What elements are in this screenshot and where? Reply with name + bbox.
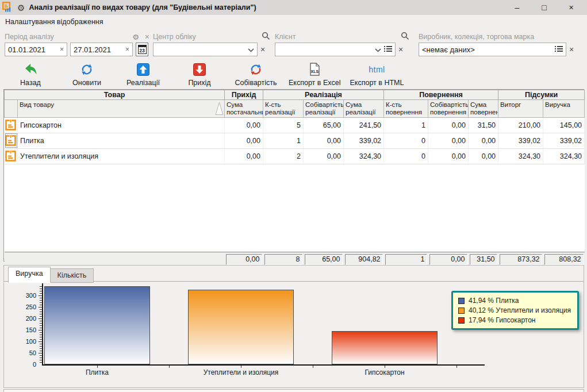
y-tick — [40, 358, 42, 358]
arrow-up-box-icon — [137, 63, 149, 76]
y-axis — [42, 283, 43, 365]
sort-triangle-icon[interactable] — [215, 101, 224, 117]
column-header[interactable]: Собівартість повернення — [428, 100, 469, 118]
y-tick — [40, 309, 42, 310]
value-cell: 0,00 — [225, 148, 263, 164]
x-category-label: Гипсокартон — [321, 368, 448, 376]
bar-2 — [188, 290, 294, 364]
manufacturer-field[interactable]: <немає даних> — [419, 43, 566, 56]
column-header[interactable]: К-сть повернення — [384, 100, 428, 118]
toolbar-button-label: Собівартість — [235, 79, 277, 87]
chevron-down-icon[interactable] — [248, 45, 254, 54]
value-cell: 0,00 — [304, 133, 344, 148]
minimize-button[interactable]: – — [504, 0, 531, 15]
column-header[interactable]: Сума повернення — [469, 100, 498, 118]
column-header[interactable]: К-сть реалізації — [263, 100, 304, 118]
column-header[interactable]: Вид товару — [18, 100, 225, 118]
refresh-bicolor-icon — [250, 63, 262, 76]
toolbar-button-label: Оновити — [72, 79, 101, 87]
center-dropdown[interactable] — [153, 43, 258, 56]
list-select-icon[interactable] — [384, 45, 392, 54]
html-icon: html — [369, 63, 385, 76]
y-tick — [40, 335, 42, 335]
chevron-down-icon[interactable] — [375, 45, 381, 54]
column-header[interactable]: Сума постачальни — [225, 100, 263, 118]
settings-gear-icon[interactable]: ⚙ — [17, 3, 25, 12]
column-header[interactable]: Виручка — [543, 100, 585, 118]
table-empty-area — [5, 164, 585, 252]
client-label: Клієнт — [275, 33, 296, 41]
filter-center: Центр обліку × — [153, 32, 270, 56]
client-clear-icon[interactable]: × — [398, 45, 403, 53]
column-header[interactable]: Виторг — [498, 100, 543, 118]
manufacturer-clear-icon[interactable]: × — [569, 45, 574, 53]
y-tick — [40, 360, 42, 360]
y-tick — [40, 312, 42, 312]
toolbar-button-income[interactable]: Прихід — [171, 61, 228, 88]
y-tick — [40, 321, 42, 321]
y-tick — [39, 330, 42, 330]
y-tick — [39, 318, 42, 319]
svg-text:XLS: XLS — [311, 70, 319, 74]
y-tick-label: 50 — [19, 349, 36, 356]
column-header[interactable]: Сума реалізації — [344, 100, 384, 118]
y-tick — [39, 295, 42, 296]
toolbar-button-export-html[interactable]: htmlЕкспорт в HTML — [345, 61, 408, 88]
back-arrow-icon — [24, 63, 37, 76]
arrow-down-box-icon — [193, 63, 206, 76]
tab-quantity[interactable]: Кількість — [51, 268, 94, 283]
toolbar-button-label: Прихід — [188, 79, 210, 87]
value-cell: 65,00 — [304, 117, 344, 133]
period-clear-icon[interactable]: × — [145, 33, 149, 41]
manufacturer-label: Виробник, колекція, торгова марка — [419, 33, 534, 41]
toolbar-button-cost[interactable]: Собівартість — [228, 61, 284, 88]
value-cell: 241,50 — [344, 117, 384, 133]
client-dropdown[interactable] — [275, 43, 396, 56]
calendar-button[interactable]: 23 — [136, 43, 148, 56]
menu-item-display-settings[interactable]: Налаштування відображення — [5, 18, 103, 26]
legend-swatch-icon — [458, 298, 465, 304]
toolbar-button-back[interactable]: Назад — [2, 61, 59, 88]
center-clear-icon[interactable]: × — [260, 45, 265, 53]
maximize-button[interactable]: □ — [531, 0, 558, 15]
manufacturer-value: <немає даних> — [422, 45, 552, 54]
value-cell: 339,02 — [543, 133, 585, 148]
legend-swatch-icon — [458, 317, 465, 324]
x-category-label: Утеплители и изоляция — [178, 368, 304, 376]
toolbar-button-export-excel[interactable]: XLSЕкспорт в Excel — [284, 61, 345, 88]
value-cell: 0,00 — [225, 133, 263, 148]
bar-chart: 050100150200250300ПлиткаУтеплители и изо… — [4, 282, 584, 387]
list-select-icon[interactable] — [555, 45, 563, 54]
legend-item: 41,94 % Плитка — [458, 297, 571, 305]
date-to-clear-icon[interactable]: × — [125, 45, 129, 53]
y-tick — [40, 325, 42, 326]
tab-revenue[interactable]: Виручка — [8, 267, 51, 283]
center-search-icon[interactable] — [262, 32, 270, 42]
toolbar-button-refresh[interactable]: Оновити — [59, 61, 115, 88]
table-row[interactable]: Плитка0,0010,00339,0200,000,00339,02339,… — [5, 133, 585, 148]
client-search-icon[interactable] — [401, 32, 409, 42]
period-gear-icon[interactable]: ⚙ — [132, 33, 139, 41]
date-to-input[interactable]: 27.01.2021 × — [70, 43, 133, 56]
column-header[interactable]: Собівартість реалізації — [304, 100, 344, 118]
date-from-clear-icon[interactable]: × — [60, 45, 64, 53]
table-row[interactable]: Гипсокартон0,00565,00241,5010,0031,50210… — [5, 117, 585, 133]
toolbar-button-label: Експорт в HTML — [350, 79, 404, 87]
table-row[interactable]: Утеплители и изоляция0,0020,00324,3000,0… — [5, 148, 585, 164]
date-to-value: 27.01.2021 — [74, 45, 111, 54]
product-name-cell: Плитка — [18, 133, 225, 148]
product-name-cell: Гипсокартон — [18, 117, 225, 133]
date-from-input[interactable]: 01.01.2021 × — [5, 43, 67, 56]
y-tick-label: 150 — [19, 326, 36, 333]
filter-client: Клієнт × — [275, 32, 409, 56]
bar-3 — [332, 331, 438, 364]
legend-item: 40,12 % Утеплители и изоляция — [458, 306, 571, 314]
value-cell: 145,00 — [543, 117, 585, 133]
close-button[interactable]: × — [558, 0, 585, 15]
y-tick — [40, 314, 42, 314]
toolbar-button-sales[interactable]: Реалізації — [115, 61, 171, 88]
y-tick — [40, 344, 42, 344]
y-tick — [40, 323, 42, 324]
y-tick — [40, 291, 42, 291]
value-cell: 1 — [263, 133, 304, 148]
